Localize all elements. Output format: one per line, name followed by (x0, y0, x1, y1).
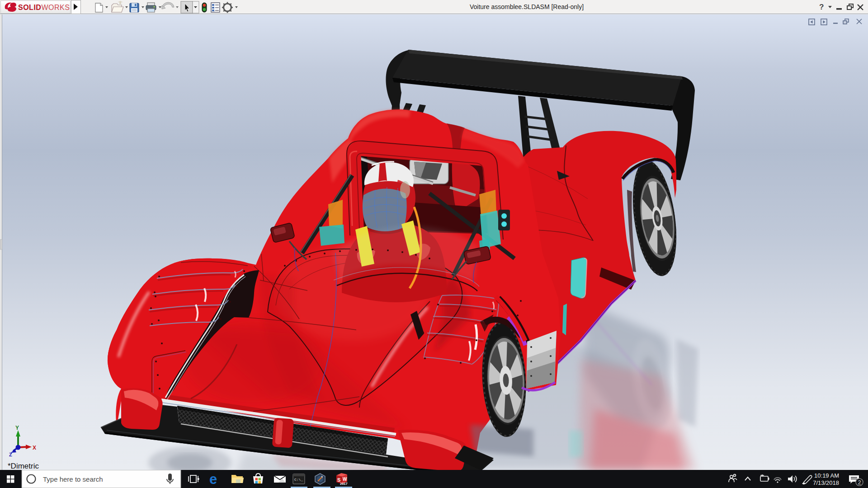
svg-text:2: 2 (858, 479, 861, 486)
svg-text:10:19 AM: 10:19 AM (814, 472, 839, 479)
svg-text:X: X (33, 445, 36, 451)
svg-text:Y: Y (15, 425, 19, 431)
svg-text:?: ? (819, 3, 824, 11)
svg-text:7/13/2018: 7/13/2018 (813, 479, 839, 486)
svg-text:C:\_: C:\_ (294, 478, 303, 482)
svg-text:SOLIDWORKS: SOLIDWORKS (18, 4, 70, 11)
svg-text:W: W (343, 477, 347, 482)
svg-text:2017: 2017 (340, 482, 348, 486)
svg-text:Type here to search: Type here to search (43, 475, 103, 483)
svg-text:e: e (209, 471, 217, 487)
svg-text:Z: Z (9, 452, 12, 457)
